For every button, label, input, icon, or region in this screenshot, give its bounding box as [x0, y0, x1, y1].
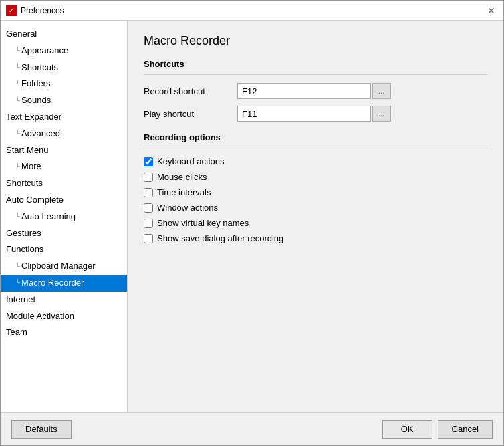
checkbox-label-window-actions: Window actions	[157, 203, 218, 213]
sidebar-item-general[interactable]: General	[1, 26, 127, 43]
sidebar-item-macro-recorder[interactable]: Macro Recorder	[1, 275, 127, 292]
shortcuts-divider	[144, 74, 487, 75]
sidebar-item-internet[interactable]: Internet	[1, 292, 127, 308]
sidebar-item-advanced[interactable]: Advanced	[1, 126, 127, 142]
record-shortcut-button[interactable]: ...	[372, 83, 391, 99]
bottom-bar: Defaults OK Cancel	[1, 412, 503, 445]
sidebar-item-sounds[interactable]: Sounds	[1, 92, 127, 109]
shortcuts-section-label: Shortcuts	[144, 59, 487, 69]
checkbox-label-time-intervals: Time intervals	[157, 187, 211, 197]
sidebar-item-module-activation[interactable]: Module Activation	[1, 308, 127, 325]
content-area: GeneralAppearanceShortcutsFoldersSoundsT…	[1, 21, 503, 412]
close-button[interactable]: ✕	[485, 4, 498, 17]
page-title: Macro Recorder	[144, 34, 487, 48]
play-shortcut-input[interactable]	[237, 106, 371, 122]
record-shortcut-row: Record shortcut ...	[144, 83, 487, 99]
cancel-button[interactable]: Cancel	[438, 420, 493, 439]
sidebar-item-shortcuts[interactable]: Shortcuts	[1, 175, 127, 192]
checkbox-row-window-actions: Window actions	[144, 203, 487, 213]
sidebar-item-team[interactable]: Team	[1, 324, 127, 341]
play-shortcut-label: Play shortcut	[144, 109, 237, 119]
window-title: Preferences	[21, 6, 64, 15]
checkbox-label-keyboard-actions: Keyboard actions	[157, 156, 224, 166]
title-bar: ✓ Preferences ✕	[1, 1, 503, 21]
title-bar-left: ✓ Preferences	[6, 5, 64, 16]
sidebar-item-clipboard-manager[interactable]: Clipboard Manager	[1, 258, 127, 275]
play-shortcut-row: Play shortcut ...	[144, 106, 487, 122]
main-panel: Macro Recorder Shortcuts Record shortcut…	[128, 21, 503, 412]
sidebar-item-start-menu[interactable]: Start Menu	[1, 142, 127, 159]
checkboxes-group1: Keyboard actionsMouse clicksTime interva…	[144, 156, 487, 213]
play-shortcut-button[interactable]: ...	[372, 106, 391, 122]
checkbox-window-actions[interactable]	[144, 203, 153, 213]
checkbox-row-keyboard-actions: Keyboard actions	[144, 156, 487, 166]
recording-options-section: Recording options Keyboard actionsMouse …	[144, 132, 487, 243]
sidebar-item-functions[interactable]: Functions	[1, 241, 127, 258]
sidebar-item-more[interactable]: More	[1, 158, 127, 175]
recording-options-divider	[144, 148, 487, 148]
checkbox-show-virtual-key-names[interactable]	[144, 219, 153, 228]
preferences-window: ✓ Preferences ✕ GeneralAppearanceShortcu…	[0, 0, 504, 446]
svg-text:✓: ✓	[9, 7, 14, 14]
checkbox-row-show-save-dialog: Show save dialog after recording	[144, 233, 487, 243]
checkbox-row-show-virtual-key-names: Show virtual key names	[144, 218, 487, 228]
checkbox-show-save-dialog[interactable]	[144, 234, 153, 243]
checkbox-row-mouse-clicks: Mouse clicks	[144, 172, 487, 182]
recording-options-label: Recording options	[144, 132, 487, 142]
checkboxes-group2: Show virtual key namesShow save dialog a…	[144, 218, 487, 243]
sidebar-item-auto-learning[interactable]: Auto Learning	[1, 209, 127, 225]
ok-button[interactable]: OK	[382, 420, 432, 439]
checkbox-label-mouse-clicks: Mouse clicks	[157, 172, 207, 182]
sidebar-item-text-expander[interactable]: Text Expander	[1, 109, 127, 126]
sidebar-item-appearance[interactable]: Appearance	[1, 43, 127, 60]
checkbox-keyboard-actions[interactable]	[144, 157, 153, 166]
checkbox-label-show-save-dialog: Show save dialog after recording	[157, 233, 283, 243]
record-shortcut-label: Record shortcut	[144, 86, 237, 96]
bottom-right-buttons: OK Cancel	[382, 420, 493, 439]
record-shortcut-input[interactable]	[237, 83, 371, 99]
sidebar-item-shortcuts-gen[interactable]: Shortcuts	[1, 60, 127, 76]
sidebar-item-folders[interactable]: Folders	[1, 76, 127, 92]
sidebar-item-gestures[interactable]: Gestures	[1, 225, 127, 242]
sidebar-item-auto-complete[interactable]: Auto Complete	[1, 192, 127, 209]
checkbox-row-time-intervals: Time intervals	[144, 187, 487, 197]
checkbox-mouse-clicks[interactable]	[144, 173, 153, 182]
checkbox-time-intervals[interactable]	[144, 188, 153, 197]
checkbox-label-show-virtual-key-names: Show virtual key names	[157, 218, 249, 228]
defaults-button[interactable]: Defaults	[11, 420, 72, 439]
app-icon: ✓	[6, 5, 17, 16]
sidebar: GeneralAppearanceShortcutsFoldersSoundsT…	[1, 21, 128, 412]
